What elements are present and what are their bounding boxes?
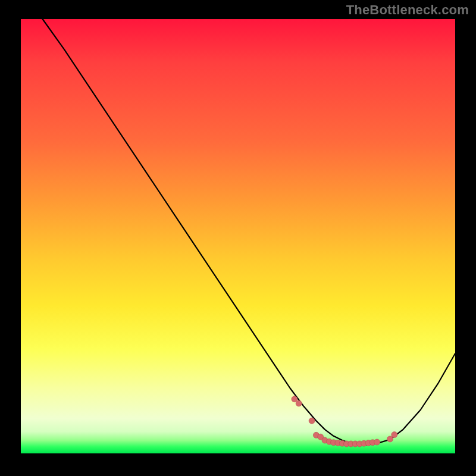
bottom-dot xyxy=(392,432,397,438)
curve-svg xyxy=(21,19,455,453)
watermark-text: TheBottleneck.com xyxy=(346,2,469,18)
bottleneck-curve xyxy=(43,19,456,444)
bottom-dot xyxy=(374,439,380,445)
plot-area xyxy=(21,19,455,453)
bottom-dot xyxy=(296,400,302,406)
bottom-dot xyxy=(387,436,393,442)
chart-container: TheBottleneck.com xyxy=(0,0,476,476)
bottom-dots-group xyxy=(292,396,397,447)
bottom-dot xyxy=(292,396,298,402)
bottom-dot xyxy=(309,418,315,424)
